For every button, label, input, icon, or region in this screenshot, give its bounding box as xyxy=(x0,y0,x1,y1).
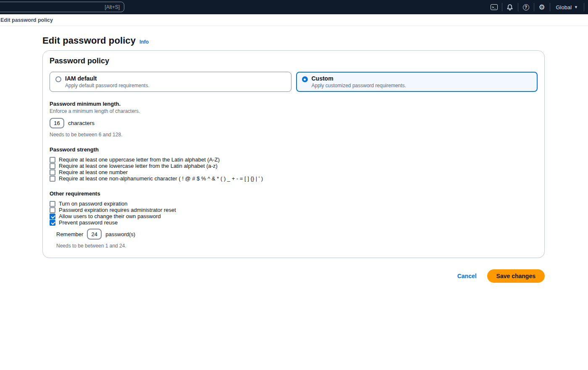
checkbox-row-expiration[interactable]: Turn on password expiration xyxy=(50,201,538,207)
strength-checkbox-list: Require at least one uppercase letter fr… xyxy=(50,156,538,182)
option-custom[interactable]: Custom Apply customized password require… xyxy=(296,72,538,92)
radio-iam-default[interactable] xyxy=(55,76,61,82)
bell-icon xyxy=(507,4,513,11)
remember-count-input[interactable] xyxy=(87,229,102,240)
gear-icon: ⚙ xyxy=(538,4,545,11)
min-length-label: Password minimum length. xyxy=(50,101,538,107)
info-link[interactable]: Info xyxy=(139,39,149,45)
chevron-down-icon: ▼ xyxy=(574,5,578,9)
option-label: Custom xyxy=(312,75,406,82)
search-shortcut-hint: [Alt+S] xyxy=(105,4,120,10)
checkbox[interactable] xyxy=(50,157,55,163)
option-description: Apply default password requirements. xyxy=(65,83,150,89)
checkbox-row-lowercase[interactable]: Require at least one lowercase letter fr… xyxy=(50,163,538,169)
min-length-input[interactable] xyxy=(50,118,64,128)
checkbox-label: Require at least one lowercase letter fr… xyxy=(59,163,218,169)
checkbox-label: Require at least one non-alphanumeric ch… xyxy=(59,175,263,182)
password-policy-card: Password policy IAM default Apply defaul… xyxy=(42,50,545,258)
checkbox-label: Require at least one number xyxy=(59,169,128,175)
option-iam-default[interactable]: IAM default Apply default password requi… xyxy=(50,72,291,92)
min-length-description: Enforce a minimum length of characters. xyxy=(50,108,538,114)
checkbox[interactable] xyxy=(50,176,55,182)
checkbox-row-number[interactable]: Require at least one number xyxy=(50,169,538,175)
breadcrumb[interactable]: Edit password policy xyxy=(0,17,53,23)
region-label: Global xyxy=(556,4,572,10)
checkbox-row-change-own-password[interactable]: Allow users to change their own password xyxy=(50,213,538,219)
spacer xyxy=(584,0,588,14)
search-input[interactable]: [Alt+S] xyxy=(0,2,124,12)
checkbox-row-prevent-reuse[interactable]: Prevent password reuse xyxy=(50,219,538,226)
page-title: Edit password policy xyxy=(42,35,136,46)
option-label: IAM default xyxy=(65,75,150,82)
checkbox[interactable] xyxy=(50,201,55,207)
settings-button[interactable]: ⚙ xyxy=(534,0,550,14)
cloudshell-button[interactable]: >_ xyxy=(486,0,502,14)
min-length-hint: Needs to be between 6 and 128. xyxy=(50,132,538,138)
remember-passwords-row: Remember password(s) xyxy=(56,229,538,240)
remember-hint: Needs to be between 1 and 24. xyxy=(56,243,538,249)
strength-heading: Password strength xyxy=(50,146,538,153)
checkbox[interactable] xyxy=(50,220,55,226)
topnav-utilities: >_ ? ⚙ Global ▼ xyxy=(486,0,588,14)
checkbox[interactable] xyxy=(50,214,55,219)
help-icon: ? xyxy=(523,4,529,10)
min-length-unit: characters xyxy=(68,120,94,126)
form-actions: Cancel Save changes xyxy=(42,269,545,283)
checkbox-row-uppercase[interactable]: Require at least one uppercase letter fr… xyxy=(50,156,538,163)
checkbox-row-nonalphanumeric[interactable]: Require at least one non-alphanumeric ch… xyxy=(50,175,538,182)
option-description: Apply customized password requirements. xyxy=(312,83,406,89)
checkbox-label: Turn on password expiration xyxy=(59,201,128,207)
card-heading: Password policy xyxy=(50,57,538,65)
checkbox-label: Allow users to change their own password xyxy=(59,213,161,219)
radio-custom[interactable] xyxy=(302,76,308,82)
other-checkbox-list: Turn on password expiration Password exp… xyxy=(50,201,538,226)
notifications-button[interactable] xyxy=(502,0,518,14)
top-navigation-bar: [Alt+S] >_ ? ⚙ Global ▼ xyxy=(0,0,588,14)
cloudshell-icon: >_ xyxy=(491,4,498,10)
min-length-row: characters xyxy=(50,118,538,128)
policy-type-options: IAM default Apply default password requi… xyxy=(50,72,538,92)
checkbox[interactable] xyxy=(50,207,55,213)
save-changes-button[interactable]: Save changes xyxy=(487,269,545,283)
remember-prefix: Remember xyxy=(56,231,83,237)
remember-suffix: password(s) xyxy=(105,231,135,237)
checkbox-label: Password expiration requires administrat… xyxy=(59,207,176,213)
checkbox[interactable] xyxy=(50,163,55,169)
page-header: Edit password policy Info xyxy=(42,35,545,46)
region-selector[interactable]: Global ▼ xyxy=(550,0,584,14)
cancel-button[interactable]: Cancel xyxy=(457,273,477,279)
breadcrumb-bar: Edit password policy xyxy=(0,14,588,26)
checkbox-row-admin-reset[interactable]: Password expiration requires administrat… xyxy=(50,207,538,213)
main-content: Edit password policy Info Password polic… xyxy=(0,35,588,283)
checkbox-label: Require at least one uppercase letter fr… xyxy=(59,156,220,163)
other-requirements-heading: Other requirements xyxy=(50,190,538,197)
checkbox[interactable] xyxy=(50,169,55,175)
checkbox-label: Prevent password reuse xyxy=(59,219,118,226)
help-button[interactable]: ? xyxy=(518,0,534,14)
